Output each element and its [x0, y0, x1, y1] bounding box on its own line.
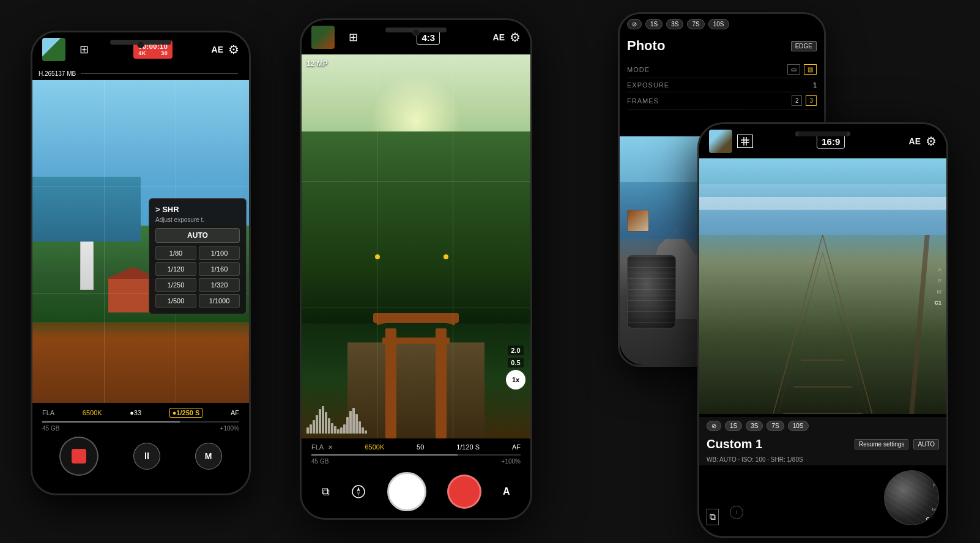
hist-bar-16 [352, 408, 355, 434]
storage-bar-container: 45 GB +100% [42, 421, 239, 432]
rf-resume-button[interactable]: Resume settings [855, 439, 908, 449]
stop-record-button[interactable] [59, 437, 98, 476]
viewfinder-center[interactable]: 12 MP [302, 54, 530, 438]
frames-value[interactable]: 2 3 [792, 95, 817, 106]
shr-val-7[interactable]: 1/500 [155, 294, 196, 308]
copy-mode-button[interactable]: ⧉ [322, 486, 330, 498]
rf-viewfinder[interactable]: A P M C1 [699, 158, 946, 414]
iso-param[interactable]: ●33 [130, 409, 141, 416]
phone-left: ⊞ 00:00:10 4K 30 AE ⚙ H.265 137 MB [31, 31, 251, 495]
center-grid-toggle[interactable]: ⊞ [342, 26, 364, 48]
frames-val-3[interactable]: 3 [806, 95, 817, 106]
torii-gate-svg [367, 279, 465, 438]
exposure-label: EXPOSURE [627, 81, 669, 89]
rback-1s-timer[interactable]: 1S [645, 19, 663, 29]
shutter-button[interactable] [387, 472, 426, 511]
zoom-1x-button[interactable]: 1x [506, 370, 525, 390]
zoom-controls: 2.0 0.5 1x [506, 345, 525, 390]
rf-settings-info: WB: AUTO · ISO: 100 · SHR: 1/80S [699, 454, 946, 465]
center-shutter-param[interactable]: 1/120 S [456, 443, 480, 451]
viewfinder-left[interactable]: > SHR Adjust exposure t. AUTO 1/80 1/100… [32, 80, 249, 403]
center-ae-button[interactable]: AE [493, 32, 505, 42]
frames-row: FRAMES 2 3 [627, 92, 817, 109]
center-wb-param[interactable]: 6500K [365, 443, 384, 451]
rf-grid-button[interactable] [737, 135, 753, 148]
hist-bar-8 [328, 418, 330, 434]
phone-center-screen: ⊞ 4:3 AE ⚙ [302, 20, 530, 518]
mode-value[interactable]: ▭ ▨ [787, 64, 817, 75]
center-storage-bar [311, 454, 521, 456]
navigation-button[interactable] [351, 484, 366, 499]
shr-val-6[interactable]: 1/320 [199, 278, 240, 292]
frames-val-2[interactable]: 2 [792, 95, 803, 106]
svg-rect-3 [382, 338, 450, 344]
storage-fill [42, 421, 180, 423]
focus-dot-right [444, 254, 448, 259]
aspect-ratio-badge[interactable]: 4:3 [417, 31, 440, 45]
center-preview-thumbnail[interactable] [311, 26, 335, 49]
record-button[interactable] [447, 475, 481, 509]
rf-dial-wheel[interactable]: A P M C1 [884, 470, 939, 525]
rf-10s-timer[interactable]: 10S [788, 421, 809, 431]
center-iso-param[interactable]: 50 [417, 443, 424, 451]
center-focus-param[interactable]: AF [512, 443, 521, 451]
shr-auto-option[interactable]: AUTO [155, 228, 240, 243]
wb-param[interactable]: 6500K [83, 409, 102, 416]
rback-7s-timer[interactable]: 7S [687, 19, 704, 29]
shr-val-8[interactable]: 1/1000 [199, 294, 240, 308]
edge-badge[interactable]: EDGE [791, 41, 817, 51]
dial-label-a: A [929, 474, 932, 479]
rf-ae-button[interactable]: AE [909, 136, 921, 146]
svg-rect-1 [436, 328, 447, 438]
hist-bar-10 [334, 426, 336, 434]
center-phone-topbar: ⊞ 4:3 AE ⚙ [302, 20, 530, 54]
shr-val-5[interactable]: 1/250 [155, 278, 196, 292]
preview-thumbnail[interactable] [42, 38, 65, 61]
shutter-param[interactable]: ●1/250 S [169, 408, 203, 418]
mode-a: A [934, 267, 941, 273]
m-mode-button[interactable]: M [195, 443, 222, 470]
rf-3s-timer[interactable]: 3S [746, 421, 763, 431]
frames-label: FRAMES [627, 97, 659, 105]
shr-val-4[interactable]: 1/160 [199, 262, 240, 276]
pause-button[interactable]: ⏸ [133, 443, 160, 470]
left-phone-bottombar: FLA 6500K ●33 ●1/250 S AF [32, 403, 249, 493]
rback-3s-timer[interactable]: 3S [666, 19, 683, 29]
rf-auto-badge[interactable]: AUTO [913, 439, 939, 449]
center-flash-param[interactable]: FLA ✕ [311, 443, 333, 451]
flash-param[interactable]: FLA [42, 409, 54, 416]
rback-10s-timer[interactable]: 10S [708, 19, 729, 29]
phone-center: ⊞ 4:3 AE ⚙ [300, 18, 532, 520]
rf-topbar-right: AE ⚙ [909, 134, 937, 149]
center-params-row: FLA ✕ 6500K 50 1/120 S AF [311, 443, 521, 451]
hist-bar-4 [316, 415, 318, 434]
hist-bar-20 [365, 430, 367, 434]
rback-thumb[interactable] [627, 210, 649, 232]
rf-7s-timer[interactable]: 7S [767, 421, 784, 431]
shr-val-2[interactable]: 1/100 [199, 246, 240, 260]
grid-toggle-button[interactable]: ⊞ [73, 39, 95, 61]
shr-desc: Adjust exposure t. [155, 216, 240, 223]
center-topbar-center: 4:3 [417, 31, 440, 45]
center-settings-button[interactable]: ⚙ [510, 30, 521, 45]
ae-button[interactable]: AE [212, 45, 223, 54]
shr-title: > SHR [155, 205, 240, 214]
topbar-right: AE ⚙ [212, 42, 239, 57]
rf-settings-button[interactable]: ⚙ [926, 134, 937, 149]
rf-preview-thumbnail[interactable] [709, 130, 732, 153]
settings-button[interactable]: ⚙ [228, 42, 239, 57]
rf-1s-timer[interactable]: 1S [725, 421, 742, 431]
ocean [699, 184, 946, 235]
mode-row: MODE ▭ ▨ [627, 61, 817, 78]
rf-off-timer[interactable]: ⊘ [707, 421, 721, 431]
rf-copy-button[interactable]: ⧉ [707, 509, 719, 525]
shr-val-1[interactable]: 1/80 [155, 246, 196, 260]
hist-bar-17 [355, 414, 358, 434]
rback-timer-bar: ⊘ 1S 3S 7S 10S [620, 14, 824, 34]
focus-param[interactable]: AF [231, 409, 239, 416]
shr-val-3[interactable]: 1/120 [155, 262, 196, 276]
mode-label: MODE [627, 66, 650, 73]
exposure-value[interactable]: 1 [813, 81, 817, 89]
rback-dial[interactable] [627, 255, 676, 328]
rback-off-timer[interactable]: ⊘ [627, 19, 642, 29]
